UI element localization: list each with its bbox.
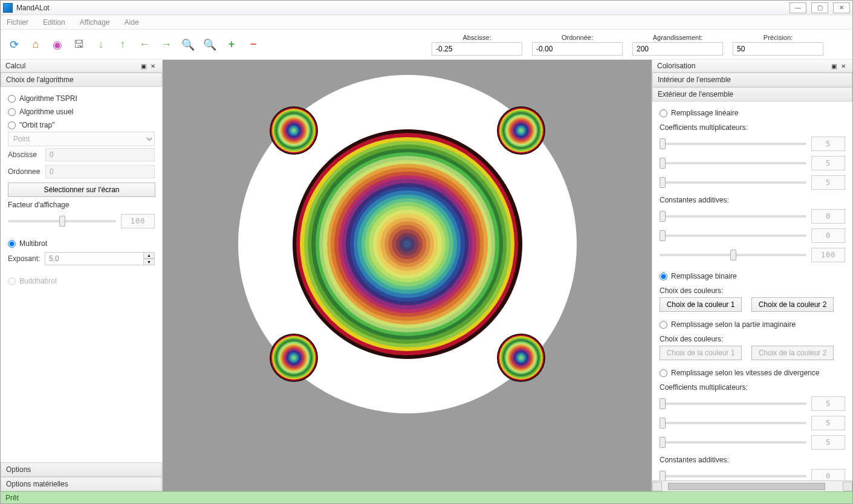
const-slider-2[interactable]	[660, 234, 806, 237]
const-slider-3[interactable]	[660, 254, 806, 256]
save-icon[interactable]: 🖫	[71, 36, 88, 53]
const-val-2: 0	[811, 228, 845, 243]
coeff-slider-3[interactable]	[660, 181, 806, 184]
choix-couleurs-label-1: Choix des couleurs:	[660, 286, 845, 295]
arrow-up-icon[interactable]: ↑	[114, 36, 131, 53]
zoom-in-icon[interactable]: 🔍	[180, 36, 196, 53]
orbit-trap-select[interactable]: Point	[8, 132, 155, 146]
radio-remp-imag[interactable]	[660, 321, 667, 329]
radio-usuel[interactable]	[8, 108, 16, 116]
facteur-slider[interactable]	[8, 220, 116, 222]
exposant-label: Exposant:	[8, 254, 41, 263]
ordonnee-input[interactable]	[532, 42, 623, 56]
zoom-out-icon[interactable]: 🔍	[201, 36, 218, 53]
const-slider-1[interactable]	[660, 215, 806, 218]
coeff-val-1: 5	[811, 137, 845, 151]
close-button[interactable]: ✕	[833, 2, 850, 13]
calcul-title: Calcul	[5, 62, 25, 70]
title-bar: MandALot — ▢ ✕	[1, 1, 852, 15]
abscisse-label: Abscisse:	[462, 34, 491, 41]
palette-icon[interactable]: ◉	[49, 36, 66, 53]
scroll-thumb[interactable]	[668, 483, 825, 490]
radio-orbit-trap[interactable]	[8, 121, 16, 129]
label-orbit-trap: "Orbit trap"	[19, 121, 55, 129]
facteur-display: 100	[121, 214, 155, 228]
const-val-3: 100	[811, 248, 845, 262]
minimize-button[interactable]: —	[790, 2, 806, 13]
facteur-label: Facteur d'affichage	[8, 201, 155, 209]
menu-aide[interactable]: Aide	[121, 17, 143, 28]
fractal-canvas[interactable]	[163, 60, 652, 491]
ordonnee-label: Ordonnée:	[562, 34, 593, 41]
precision-label: Précision:	[764, 34, 793, 41]
coeff-slider-1[interactable]	[660, 143, 806, 145]
div-coeff-slider-1[interactable]	[660, 402, 806, 405]
exposant-up-icon[interactable]: ▲	[144, 252, 155, 259]
menu-edition[interactable]: Edition	[39, 17, 69, 28]
choix-couleur-2-button[interactable]: Choix de la couleur 2	[751, 297, 834, 312]
arrow-left-icon[interactable]: ←	[136, 36, 153, 53]
agrandissement-label: Agrandissement:	[653, 34, 703, 41]
div-coeff-slider-2[interactable]	[660, 422, 806, 424]
orbit-abscisse-input[interactable]	[45, 148, 155, 161]
calcul-panel-header: Calcul ▣ ✕	[1, 60, 162, 73]
exposant-input[interactable]	[45, 252, 144, 265]
refresh-icon[interactable]: ⟳	[5, 36, 22, 53]
radio-remp-lineaire[interactable]	[660, 109, 667, 117]
maximize-button[interactable]: ▢	[811, 2, 828, 13]
coeff-mult-label-1: Coefficients multiplicateurs:	[660, 123, 845, 132]
algo-section-header[interactable]: Choix de l'algorithme	[1, 73, 162, 87]
menu-affichage[interactable]: Affichage	[76, 17, 114, 28]
interieur-section[interactable]: Intérieur de l'ensemble	[652, 73, 852, 87]
precision-input[interactable]	[733, 42, 823, 56]
radio-tspri[interactable]	[8, 95, 16, 103]
scroll-right-icon[interactable]	[843, 482, 852, 491]
select-on-screen-button[interactable]: Sélectionner sur l'écran	[8, 183, 155, 197]
coeff-val-3: 5	[811, 175, 845, 190]
choix-couleur-1-button[interactable]: Choix de la couleur 1	[660, 297, 742, 312]
panel-close-icon[interactable]: ✕	[149, 62, 157, 70]
app-title: MandALot	[16, 4, 790, 12]
label-tspri: Algorithme TSPRI	[19, 94, 77, 103]
menu-bar: Fichier Edition Affichage Aide	[1, 15, 852, 30]
panel-float-icon[interactable]: ▣	[139, 62, 148, 70]
choix-couleur-1-button-disabled: Choix de la couleur 1	[660, 346, 742, 360]
coeff-slider-2[interactable]	[660, 162, 806, 164]
toolbar: ⟳ ⌂ ◉ 🖫 ↓ ↑ ← → 🔍 🔍 + − Abscisse: Ordonn…	[1, 30, 852, 60]
panel-close-icon[interactable]: ✕	[839, 62, 848, 70]
radio-multibrot[interactable]	[8, 240, 16, 248]
home-icon[interactable]: ⌂	[27, 36, 44, 53]
menu-fichier[interactable]: Fichier	[3, 17, 32, 28]
horizontal-scrollbar[interactable]	[652, 480, 852, 491]
choix-couleurs-label-2: Choix des couleurs:	[660, 335, 845, 343]
div-coeff-slider-3[interactable]	[660, 441, 806, 444]
const-add-label-1: Constantes additives:	[660, 196, 845, 204]
coeff-val-2: 5	[811, 156, 845, 170]
exposant-down-icon[interactable]: ▼	[144, 259, 155, 265]
label-usuel: Algorithme usuel	[19, 108, 73, 116]
arrow-down-icon[interactable]: ↓	[92, 36, 109, 53]
options-materielles-section[interactable]: Options matérielles	[1, 477, 162, 491]
minus-icon[interactable]: −	[245, 36, 262, 53]
exterieur-section[interactable]: Extérieur de l'ensemble	[652, 87, 852, 102]
div-const-slider-1[interactable]	[660, 475, 806, 477]
radio-buddhabrot	[8, 277, 16, 285]
panel-float-icon[interactable]: ▣	[829, 62, 838, 70]
orbit-abscisse-label: Abscisse	[8, 150, 42, 159]
status-bar: Prêt	[1, 491, 852, 503]
abscisse-input[interactable]	[432, 42, 522, 56]
application-window: MandALot — ▢ ✕ Fichier Edition Affichage…	[0, 0, 853, 504]
options-section[interactable]: Options	[1, 462, 162, 477]
scroll-left-icon[interactable]	[652, 482, 662, 491]
orbit-ordonnee-input[interactable]	[45, 165, 155, 178]
agrandissement-input[interactable]	[632, 42, 723, 56]
arrow-right-icon[interactable]: →	[158, 36, 175, 53]
div-const-val-1: 0	[811, 469, 845, 480]
label-remp-binaire: Remplissage binaire	[671, 272, 737, 280]
radio-remp-div[interactable]	[660, 369, 667, 377]
const-val-1: 0	[811, 209, 845, 224]
plus-icon[interactable]: +	[223, 36, 240, 53]
label-remp-div: Remplissage selon les vitesses de diverg…	[671, 369, 819, 377]
radio-remp-binaire[interactable]	[660, 273, 667, 280]
label-remp-imag: Remplissage selon la partie imaginaire	[671, 320, 796, 329]
